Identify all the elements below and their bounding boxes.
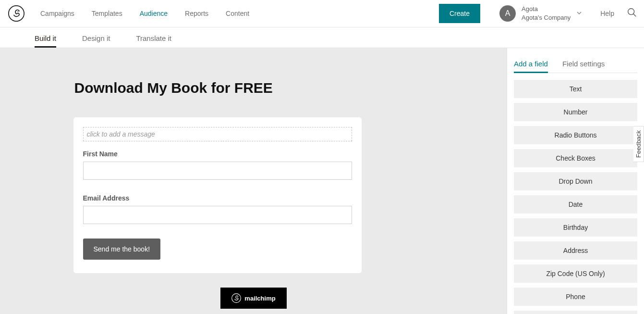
email-input[interactable] — [83, 206, 352, 224]
account-company: Agota's Company — [522, 13, 571, 22]
nav-templates[interactable]: Templates — [92, 10, 122, 17]
form-card: click to add a message First Name Email … — [73, 117, 362, 273]
field-zip[interactable]: Zip Code (US Only) — [514, 264, 637, 283]
message-placeholder[interactable]: click to add a message — [83, 127, 352, 141]
tab-build-it[interactable]: Build it — [35, 34, 56, 48]
tab-field-settings[interactable]: Field settings — [562, 60, 605, 73]
search-icon[interactable] — [627, 7, 637, 20]
svg-point-5 — [237, 297, 238, 297]
field-date[interactable]: Date — [514, 195, 637, 214]
nav-campaigns[interactable]: Campaigns — [40, 10, 74, 17]
field-number[interactable]: Number — [514, 103, 637, 121]
first-name-label: First Name — [83, 150, 352, 158]
tab-add-field[interactable]: Add a field — [514, 60, 548, 73]
nav-reports[interactable]: Reports — [185, 10, 208, 17]
tab-translate-it[interactable]: Translate it — [136, 34, 171, 48]
create-button[interactable]: Create — [439, 4, 480, 23]
svg-point-1 — [17, 12, 18, 13]
account-menu[interactable]: A Agota Agota's Company — [499, 5, 582, 22]
field-birthday[interactable]: Birthday — [514, 218, 637, 237]
top-nav: Campaigns Templates Audience Reports Con… — [0, 0, 644, 27]
field-type-list: Text Number Radio Buttons Check Boxes Dr… — [514, 80, 637, 314]
mailchimp-logo-icon[interactable] — [7, 4, 26, 23]
field-dropdown[interactable]: Drop Down — [514, 172, 637, 190]
email-label: Email Address — [83, 194, 352, 202]
sub-tabs: Build it Design it Translate it — [0, 27, 644, 48]
mailchimp-badge[interactable]: mailchimp — [220, 288, 287, 309]
submit-button[interactable]: Send me the book! — [83, 239, 161, 260]
nav-audience[interactable]: Audience — [140, 10, 168, 17]
help-link[interactable]: Help — [600, 10, 614, 17]
side-panel: Add a field Field settings Text Number R… — [507, 48, 644, 314]
chevron-down-icon — [576, 9, 582, 18]
field-text[interactable]: Text — [514, 80, 637, 98]
work-area: Download My Book for FREE click to add a… — [0, 48, 644, 314]
mailchimp-badge-icon — [231, 293, 242, 303]
feedback-tab[interactable]: Feedback — [633, 126, 644, 162]
field-checkboxes[interactable]: Check Boxes — [514, 149, 637, 167]
field-website[interactable]: Website — [514, 311, 637, 314]
side-tabs: Add a field Field settings — [514, 60, 637, 73]
first-name-input[interactable] — [83, 162, 352, 180]
svg-line-3 — [633, 14, 636, 17]
account-name: Agota — [522, 5, 571, 13]
field-radio[interactable]: Radio Buttons — [514, 126, 637, 144]
nav-items: Campaigns Templates Audience Reports Con… — [40, 10, 249, 17]
avatar: A — [499, 5, 516, 22]
field-phone[interactable]: Phone — [514, 288, 637, 306]
tab-design-it[interactable]: Design it — [82, 34, 110, 48]
field-address[interactable]: Address — [514, 241, 637, 260]
account-text: Agota Agota's Company — [522, 5, 571, 22]
svg-point-2 — [628, 9, 634, 15]
mailchimp-badge-text: mailchimp — [244, 295, 275, 302]
form-title[interactable]: Download My Book for FREE — [74, 80, 362, 96]
form-canvas: Download My Book for FREE click to add a… — [0, 48, 507, 314]
nav-content[interactable]: Content — [226, 10, 249, 17]
